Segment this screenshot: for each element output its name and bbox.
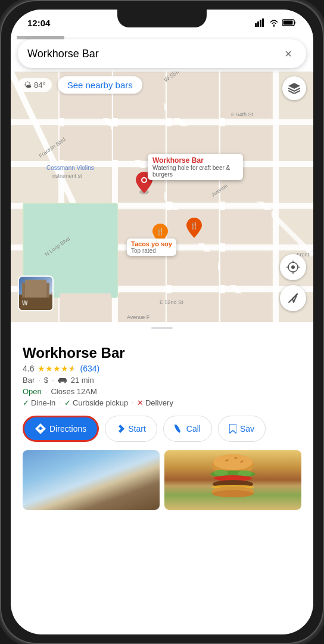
- target-icon: [286, 261, 300, 274]
- category: Bar: [23, 376, 35, 385]
- curbside-label: Curbside pickup: [73, 398, 128, 407]
- svg-point-60: [291, 265, 295, 269]
- weather-badge: 🌤 84°: [18, 78, 52, 92]
- start-label: Start: [128, 424, 146, 434]
- temperature: 84°: [34, 80, 46, 89]
- svg-rect-42: [167, 293, 218, 322]
- svg-rect-2: [260, 20, 261, 27]
- call-button[interactable]: Call: [163, 416, 212, 442]
- directions-icon: [35, 423, 46, 434]
- workhorse-map-label[interactable]: Workhorse Bar Watering hole for craft be…: [148, 154, 243, 180]
- save-label: Sav: [240, 424, 254, 434]
- svg-text:nstrument st: nstrument st: [52, 173, 82, 179]
- directions-label: Directions: [49, 424, 86, 434]
- status-icons: [255, 18, 297, 27]
- closing-time: Closes 12AM: [51, 387, 96, 396]
- start-button[interactable]: Start: [105, 416, 157, 442]
- svg-rect-40: [60, 293, 111, 322]
- svg-text:🍴: 🍴: [156, 227, 164, 236]
- svg-point-76: [213, 454, 253, 470]
- street-view-thumbnail[interactable]: W: [18, 275, 54, 311]
- place-title: Workhorse Bar: [23, 345, 301, 361]
- thumbnail-building-icon: W: [19, 277, 52, 310]
- map-area[interactable]: W 55th Franklin Blvd N Loop Blvd Avenue …: [11, 72, 313, 322]
- svg-rect-43: [220, 293, 272, 322]
- action-buttons-row: Directions Start Call: [23, 416, 301, 442]
- delivery-label: Delivery: [145, 398, 173, 407]
- svg-rect-38: [167, 252, 218, 285]
- dine-in-service: ✓ Dine-in: [23, 398, 55, 407]
- start-icon: [116, 425, 124, 433]
- svg-rect-5: [294, 21, 295, 24]
- price: $: [44, 376, 48, 385]
- curbside-check: ✓: [64, 398, 71, 407]
- save-button[interactable]: Sav: [218, 416, 266, 442]
- svg-rect-1: [257, 21, 259, 27]
- dine-in-check: ✓: [23, 398, 29, 407]
- details-row: Bar · $ · 21 min: [23, 376, 301, 385]
- tacos-label-title: Tacos yo soy: [131, 240, 172, 247]
- star-rating: ★★★★★★: [38, 364, 76, 373]
- navigate-button[interactable]: [280, 285, 306, 311]
- other-restaurant-pin[interactable]: 🍴: [186, 218, 202, 240]
- phone-frame: 12:04: [0, 0, 324, 644]
- photo-building[interactable]: ORKHORS: [23, 450, 160, 510]
- workhorse-label-title: Workhorse Bar: [152, 156, 238, 165]
- svg-rect-17: [273, 72, 279, 322]
- svg-point-71: [64, 382, 66, 383]
- photo-row: ORKHORS: [23, 450, 301, 510]
- svg-rect-36: [220, 210, 272, 243]
- svg-rect-39: [220, 252, 272, 285]
- svg-text:W: W: [22, 300, 28, 306]
- svg-text:E 54th St: E 54th St: [231, 112, 254, 117]
- map-background: W 55th Franklin Blvd N Loop Blvd Avenue …: [11, 72, 313, 322]
- workhorse-label-subtitle: Watering hole for craft beer & burgers: [152, 165, 238, 178]
- status-time: 12:04: [27, 18, 50, 28]
- burger-icon: [209, 453, 257, 507]
- svg-point-87: [212, 490, 254, 497]
- recenter-button[interactable]: [280, 254, 306, 280]
- photo-burger[interactable]: [164, 450, 301, 510]
- hours-row: Open · Closes 12AM: [23, 387, 301, 396]
- svg-rect-8: [11, 119, 313, 125]
- signal-icon: [255, 18, 266, 27]
- drag-area: [11, 322, 313, 329]
- orange-pin2-icon: 🍴: [186, 218, 202, 238]
- svg-rect-3: [262, 18, 264, 27]
- arrow-icon: [288, 293, 298, 304]
- phone-icon: [175, 425, 183, 433]
- svg-rect-27: [60, 126, 111, 160]
- thumbnail-image: W: [19, 277, 52, 310]
- close-button[interactable]: ×: [280, 45, 297, 62]
- battery-icon: [282, 18, 297, 27]
- directions-button[interactable]: Directions: [23, 416, 99, 442]
- curbside-service: ✓ Curbside pickup: [64, 398, 128, 407]
- services-row: ✓ Dine-in · ✓ Curbside pickup · ✕ Delive…: [23, 398, 301, 407]
- svg-text:🍴: 🍴: [190, 221, 198, 230]
- svg-text:Cossmann Violins: Cossmann Violins: [46, 165, 94, 171]
- svg-point-70: [59, 382, 61, 383]
- tacos-map-label[interactable]: Tacos yo soy Top rated: [127, 239, 176, 256]
- svg-rect-37: [118, 252, 164, 285]
- svg-point-72: [39, 428, 42, 430]
- nearby-bars-button[interactable]: See nearby bars: [58, 76, 142, 94]
- dine-in-label: Dine-in: [31, 398, 55, 407]
- svg-point-81: [214, 470, 228, 476]
- tacos-label-subtitle: Top rated: [131, 247, 172, 254]
- open-status: Open: [23, 387, 42, 396]
- call-label: Call: [186, 424, 201, 434]
- car-icon: [58, 377, 67, 383]
- svg-rect-6: [284, 21, 293, 25]
- svg-point-56: [142, 178, 146, 182]
- search-bar[interactable]: Workhorse Bar ×: [18, 39, 306, 68]
- delivery-cross: ✕: [137, 398, 144, 407]
- info-panel: Workhorse Bar 4.6 ★★★★★★ (634) Bar · $ ·…: [11, 335, 313, 510]
- notch: [117, 10, 207, 27]
- svg-text:E 52nd St: E 52nd St: [160, 299, 183, 305]
- delivery-service: ✕ Delivery: [137, 398, 173, 407]
- cloud-icon: 🌤: [24, 80, 32, 89]
- search-query: Workhorse Bar: [27, 48, 99, 60]
- drive-time: 21 min: [71, 376, 94, 385]
- drag-indicator: [151, 327, 173, 329]
- svg-text:Avenue F: Avenue F: [127, 314, 150, 320]
